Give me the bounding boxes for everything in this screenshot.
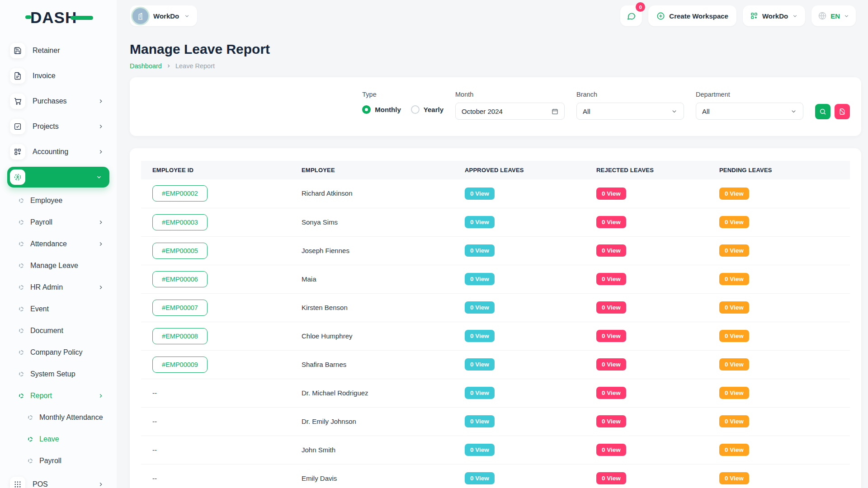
sidebar-item-attendance[interactable]: Attendance <box>0 233 117 255</box>
pending-leaves-badge[interactable]: 0 View <box>719 387 749 399</box>
pending-leaves-badge[interactable]: 0 View <box>719 216 749 228</box>
branch-label: Branch <box>576 91 684 98</box>
sidebar-nav: RetainerInvoicePurchasesProjectsAccounti… <box>0 38 117 488</box>
rejected-leaves-badge[interactable]: 0 View <box>596 273 626 285</box>
sidebar-item-document[interactable]: Document <box>0 320 117 342</box>
approved-leaves-badge[interactable]: 0 View <box>465 444 495 456</box>
sidebar-item-company-policy[interactable]: Company Policy <box>0 342 117 363</box>
radio-yearly[interactable]: Yearly <box>411 105 443 114</box>
sidebar-item-label: Payroll <box>39 457 61 465</box>
sidebar-item-manage-leave[interactable]: Manage Leave <box>0 255 117 277</box>
approved-leaves-badge[interactable]: 0 View <box>465 244 495 257</box>
sidebar-item-report[interactable]: Report <box>0 385 117 407</box>
employee-id-button[interactable]: #EMP00009 <box>152 357 208 373</box>
bullet-icon <box>28 437 33 441</box>
sidebar-item-monthly-attendance[interactable]: Monthly Attendance <box>0 407 117 428</box>
bullet-icon <box>19 242 24 246</box>
pending-leaves-badge[interactable]: 0 View <box>719 415 749 427</box>
sidebar-item-payroll[interactable]: Payroll <box>0 211 117 233</box>
pending-leaves-badge[interactable]: 0 View <box>719 472 749 484</box>
sidebar-item-label: Retainer <box>33 47 60 55</box>
reset-filter-button[interactable] <box>835 104 850 119</box>
sidebar-item-event[interactable]: Event <box>0 298 117 320</box>
branch-value: All <box>583 108 590 115</box>
sidebar-item-label: Monthly Attendance <box>39 413 103 422</box>
calendar-icon <box>552 108 558 115</box>
employee-name: Joseph Fiennes <box>302 247 349 254</box>
employee-id-button[interactable]: #EMP00007 <box>152 300 208 316</box>
table-body: #EMP00002Richard Atkinson0 View0 View0 V… <box>141 179 850 488</box>
rejected-leaves-badge[interactable]: 0 View <box>596 330 626 342</box>
sidebar-item-label: Event <box>30 305 49 313</box>
sidebar-item-payroll[interactable]: Payroll <box>0 450 117 472</box>
rejected-leaves-badge[interactable]: 0 View <box>596 387 626 399</box>
sidebar-item-hrm[interactable]: HRM <box>7 167 109 188</box>
sidebar-item-invoice[interactable]: Invoice <box>0 63 117 89</box>
department-select[interactable]: All <box>696 103 803 120</box>
sidebar-item-leave[interactable]: Leave <box>0 428 117 450</box>
search-button[interactable] <box>815 104 830 119</box>
sidebar-item-retainer[interactable]: Retainer <box>0 38 117 63</box>
bullet-icon <box>28 415 33 420</box>
chevron-right-icon <box>98 149 104 155</box>
breadcrumb-dashboard-link[interactable]: Dashboard <box>130 62 162 70</box>
pending-leaves-badge[interactable]: 0 View <box>719 244 749 257</box>
employee-name: Kirsten Benson <box>302 304 348 311</box>
branch-select[interactable]: All <box>576 103 684 120</box>
table-header-row: EMPLOYEE IDEMPLOYEEAPPROVED LEAVESREJECT… <box>141 161 850 179</box>
pending-leaves-badge[interactable]: 0 View <box>719 444 749 456</box>
approved-leaves-badge[interactable]: 0 View <box>465 216 495 228</box>
pending-leaves-badge[interactable]: 0 View <box>719 273 749 285</box>
rejected-leaves-badge[interactable]: 0 View <box>596 358 626 371</box>
pending-leaves-badge[interactable]: 0 View <box>719 330 749 342</box>
radio-monthly[interactable]: Monthly <box>362 105 401 114</box>
rejected-leaves-badge[interactable]: 0 View <box>596 216 626 228</box>
approved-leaves-badge[interactable]: 0 View <box>465 301 495 314</box>
sidebar-item-label: Projects <box>33 122 59 131</box>
month-label: Month <box>455 91 565 98</box>
sidebar-item-purchases[interactable]: Purchases <box>0 89 117 114</box>
employee-id-empty: -- <box>152 418 157 425</box>
approved-leaves-badge[interactable]: 0 View <box>465 273 495 285</box>
table-row: #EMP00008Chloe Humphrey0 View0 View0 Vie… <box>141 322 850 350</box>
bullet-icon <box>28 459 33 463</box>
approved-leaves-badge[interactable]: 0 View <box>465 358 495 371</box>
employee-id-empty: -- <box>152 446 157 454</box>
hrm-icon <box>10 169 25 185</box>
type-filter-group: Type Monthly Yearly <box>362 91 443 114</box>
sidebar-item-system-setup[interactable]: System Setup <box>0 363 117 385</box>
sidebar-item-pos[interactable]: POS <box>0 472 117 488</box>
pending-leaves-badge[interactable]: 0 View <box>719 188 749 200</box>
sidebar-item-accounting[interactable]: Accounting <box>0 139 117 164</box>
employee-id-button[interactable]: #EMP00003 <box>152 214 208 230</box>
sidebar-item-label: Report <box>30 392 52 400</box>
month-input[interactable]: October 2024 <box>455 103 565 120</box>
approved-leaves-badge[interactable]: 0 View <box>465 472 495 484</box>
rejected-leaves-badge[interactable]: 0 View <box>596 415 626 427</box>
rejected-leaves-badge[interactable]: 0 View <box>596 472 626 484</box>
pending-leaves-badge[interactable]: 0 View <box>719 358 749 371</box>
rejected-leaves-badge[interactable]: 0 View <box>596 188 626 200</box>
filter-card: Type Monthly Yearly Month October 2024 B… <box>130 77 861 136</box>
sidebar-item-label: System Setup <box>30 370 75 378</box>
rejected-leaves-badge[interactable]: 0 View <box>596 444 626 456</box>
sidebar-item-projects[interactable]: Projects <box>0 114 117 139</box>
pending-leaves-badge[interactable]: 0 View <box>719 301 749 314</box>
employee-id-button[interactable]: #EMP00002 <box>152 185 208 202</box>
sidebar-item-label: Attendance <box>30 240 67 248</box>
employee-id-button[interactable]: #EMP00005 <box>152 243 208 259</box>
app-logo[interactable]: DASH <box>25 7 93 27</box>
sidebar-item-employee[interactable]: Employee <box>0 190 117 211</box>
sidebar-item-label: Company Policy <box>30 348 83 357</box>
approved-leaves-badge[interactable]: 0 View <box>465 330 495 342</box>
rejected-leaves-badge[interactable]: 0 View <box>596 244 626 257</box>
sidebar-item-hr-admin[interactable]: HR Admin <box>0 277 117 298</box>
employee-id-button[interactable]: #EMP00006 <box>152 271 208 287</box>
approved-leaves-badge[interactable]: 0 View <box>465 415 495 427</box>
rejected-leaves-badge[interactable]: 0 View <box>596 301 626 314</box>
approved-leaves-badge[interactable]: 0 View <box>465 387 495 399</box>
logo-text: DASH <box>30 9 77 25</box>
approved-leaves-badge[interactable]: 0 View <box>465 188 495 200</box>
employee-id-button[interactable]: #EMP00008 <box>152 328 208 344</box>
radio-unselected-icon <box>411 105 420 114</box>
